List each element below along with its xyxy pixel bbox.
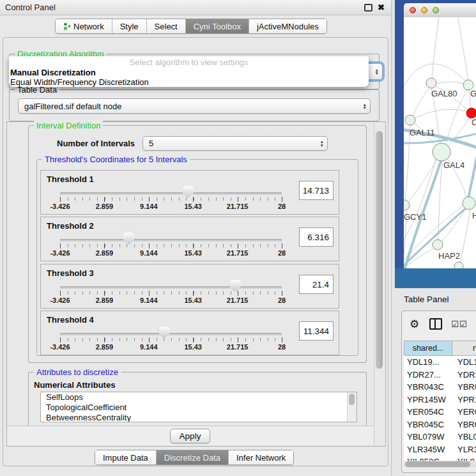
table-cell[interactable]: YLR345W xyxy=(404,445,452,454)
scrollbar-thumb[interactable] xyxy=(349,394,355,405)
slider-minor-ticks xyxy=(60,291,282,295)
dropdown-item[interactable]: Equal Width/Frequency Discretization xyxy=(9,77,369,87)
table-cell[interactable]: YBL0 xyxy=(452,432,476,441)
split-columns-icon[interactable] xyxy=(429,318,442,330)
tick-label: -3.426 xyxy=(50,203,70,210)
table-cell[interactable]: YBL079W xyxy=(404,432,452,441)
tab-select[interactable]: Select xyxy=(146,19,185,33)
attribute-list-item[interactable]: SelfLoops xyxy=(41,392,357,403)
tab-jactivemnodules[interactable]: jActiveMNodules xyxy=(249,19,326,33)
tick-label: 21.715 xyxy=(227,296,249,304)
checked-checkbox-icons[interactable]: ☑☑ xyxy=(451,319,467,329)
major-tick xyxy=(60,291,61,296)
table-cell[interactable]: YDR27... xyxy=(404,370,452,380)
tab-cyni-toolbox[interactable]: Cyni Toolbox xyxy=(185,19,249,33)
table-row[interactable]: YIL052CYIL0 xyxy=(404,456,476,461)
table-row[interactable]: YDL19...YDL1 xyxy=(404,356,476,369)
close-button[interactable] xyxy=(410,7,416,13)
slider-track[interactable] xyxy=(60,333,282,335)
table-cell[interactable]: YBR0 xyxy=(452,382,476,392)
network-canvas[interactable]: GAL80 G C GAL11 GAL4 GCY1 H HAP2 xyxy=(404,17,476,268)
table-cell[interactable]: YDL1 xyxy=(452,357,476,367)
table-cell[interactable]: YER0 xyxy=(452,407,476,417)
tab-infer-network[interactable]: Infer Network xyxy=(228,450,293,464)
gear-icon[interactable]: ⚙ xyxy=(410,319,419,330)
tab-label: Network xyxy=(73,22,104,31)
table-cell[interactable]: YBR045C xyxy=(404,420,452,429)
node-gal80[interactable] xyxy=(426,78,436,88)
table-row[interactable]: YLR345WYLR3 xyxy=(404,443,476,456)
column-header-name[interactable]: na xyxy=(452,341,476,356)
threshold-value-field[interactable]: 6.316 xyxy=(299,227,334,247)
column-header-shared-name[interactable]: shared... xyxy=(404,341,452,356)
network-window-titlebar[interactable] xyxy=(404,3,476,18)
control-panel: Control Panel ✖ NetworkStyleSelectCyni T… xyxy=(0,0,392,476)
node-hap2[interactable] xyxy=(433,240,443,250)
close-icon[interactable]: ✖ xyxy=(378,3,385,12)
table-row[interactable]: YPR145WYPR1 xyxy=(404,394,476,406)
tab-label: Style xyxy=(120,22,139,31)
table-row[interactable]: YDR27...YDR2 xyxy=(404,369,476,381)
table-cell[interactable]: YDR2 xyxy=(452,370,476,380)
screen: Control Panel ✖ NetworkStyleSelectCyni T… xyxy=(0,0,476,476)
scrollbar-thumb[interactable] xyxy=(405,461,470,467)
vertical-scrollbar[interactable] xyxy=(374,122,385,445)
table-cell[interactable]: YLR3 xyxy=(452,445,476,454)
table-cell[interactable]: YBR043C xyxy=(404,382,452,392)
dropdown-item[interactable]: Manual Discretization xyxy=(9,68,369,77)
scrollbar-thumb[interactable] xyxy=(376,131,383,369)
node-gal11[interactable] xyxy=(405,115,415,125)
tick-label: -3.426 xyxy=(50,343,70,351)
node-gal4[interactable] xyxy=(433,143,450,161)
list-scrollbar[interactable] xyxy=(347,392,357,422)
threshold-name: Threshold 3 xyxy=(47,268,94,278)
tick-label: 9.144 xyxy=(140,296,158,304)
network-icon xyxy=(63,22,71,30)
threshold-box: Threshold 2 -3.4262.8599.14415.4321.7152… xyxy=(40,217,339,261)
attribute-list-item[interactable]: TopologicalCoefficient xyxy=(41,403,357,413)
major-tick xyxy=(238,197,238,202)
num-intervals-combobox[interactable]: 5 ▲▼ xyxy=(142,136,328,151)
node-label: GCY1 xyxy=(404,212,426,222)
threshold-value-field[interactable]: 14.713 xyxy=(299,181,334,200)
slider-thumb[interactable] xyxy=(123,233,134,245)
group-title: Interval Definition xyxy=(34,121,103,130)
horizontal-scrollbar[interactable] xyxy=(404,461,476,468)
apply-button[interactable]: Apply xyxy=(170,429,211,443)
tab-network[interactable]: Network xyxy=(56,19,112,33)
slider-thumb[interactable] xyxy=(159,326,170,339)
table-cell[interactable]: YER054C xyxy=(404,407,452,417)
table-data-combobox[interactable]: galFiltered.sif default node ▲▼ xyxy=(18,98,371,114)
slider-track[interactable] xyxy=(60,239,282,242)
tab-discretize-data[interactable]: Discretize Data xyxy=(156,450,228,464)
table-row[interactable]: YBL079WYBL0 xyxy=(404,431,476,443)
major-tick xyxy=(149,337,150,342)
table-panel: Table Panel ⚙ ☑☑ shared... na YDL19...YD… xyxy=(392,288,476,476)
major-tick xyxy=(193,197,194,202)
slider-track[interactable] xyxy=(60,286,282,289)
table-cell[interactable]: YPR145W xyxy=(404,395,452,404)
zoom-button[interactable] xyxy=(433,7,439,13)
slider-thumb[interactable] xyxy=(230,280,241,292)
table-cell[interactable]: YBR0 xyxy=(452,420,476,429)
node-right-mid[interactable] xyxy=(463,197,475,210)
slider-track[interactable] xyxy=(60,192,282,195)
tab-impute-data[interactable]: Impute Data xyxy=(95,450,156,464)
float-window-icon[interactable] xyxy=(364,4,372,12)
node-red-selected[interactable] xyxy=(466,108,476,118)
threshold-box: Threshold 4 -3.4262.8599.14415.4321.7152… xyxy=(40,311,339,355)
node-label: GAL80 xyxy=(431,89,457,98)
node-bottom[interactable] xyxy=(454,262,463,268)
stepper-arrows-icon: ▲▼ xyxy=(363,103,370,110)
table-row[interactable]: YER054CYER0 xyxy=(404,406,476,418)
threshold-value-field[interactable]: 11.344 xyxy=(299,321,334,341)
table-cell[interactable]: YPR1 xyxy=(452,395,476,404)
tab-style[interactable]: Style xyxy=(112,19,146,33)
attribute-list-item[interactable]: BetweennessCentrality xyxy=(41,413,357,422)
table-row[interactable]: YBR043CYBR0 xyxy=(404,381,476,394)
minimize-button[interactable] xyxy=(421,7,427,13)
threshold-value-field[interactable]: 21.4 xyxy=(299,275,334,294)
slider-thumb[interactable] xyxy=(183,186,194,198)
table-cell[interactable]: YDL19... xyxy=(404,357,452,367)
table-row[interactable]: YBR045CYBR0 xyxy=(404,418,476,431)
